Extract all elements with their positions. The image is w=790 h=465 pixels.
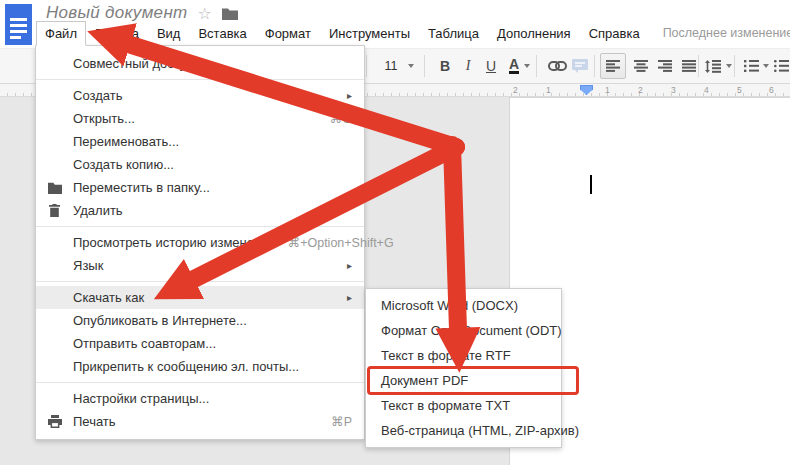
menu-item-3[interactable]: Открыть...⌘O (36, 107, 364, 130)
ruler-label: 1 (605, 85, 610, 95)
toolbar-separator (424, 55, 425, 77)
ruler-label: 2 (513, 85, 518, 95)
menu-divider (36, 281, 364, 282)
menu-item-shortcut: ⌘P (331, 414, 352, 429)
menu-item-3[interactable]: Документ PDF (366, 368, 561, 393)
move-to-folder-icon[interactable] (222, 7, 238, 20)
menu-item-label: Переименовать... (73, 134, 352, 149)
menu-item-4[interactable]: Переименовать... (36, 130, 364, 153)
download-as-submenu: Microsoft Word (DOCX)Формат OpenDocument… (365, 288, 562, 448)
menubar-item-8[interactable]: Справка (580, 21, 649, 46)
italic-button[interactable]: I (458, 53, 478, 79)
menu-item-label: Опубликовать в Интернете... (73, 313, 352, 328)
menu-item-15[interactable]: Прикрепить к сообщению эл. почты... (36, 355, 364, 378)
underline-button[interactable]: U (480, 53, 502, 79)
toolbar-separator (536, 55, 537, 77)
menu-item-14[interactable]: Отправить соавторам... (36, 332, 364, 355)
menu-item-17[interactable]: Настройки страницы... (36, 387, 364, 410)
last-edit-status[interactable]: Последнее изменение: 14 дней назад (663, 26, 790, 40)
menu-item-5[interactable]: Создать копию... (36, 153, 364, 176)
menu-item-shortcut: ⌘O (330, 111, 352, 126)
bold-button[interactable]: B (434, 53, 456, 79)
menu-item-label: Текст в формате TXT (381, 398, 549, 413)
menu-divider (36, 226, 364, 227)
menubar-item-7[interactable]: Дополнения (488, 21, 580, 46)
text-cursor (590, 175, 592, 194)
menu-item-shortcut: ⌘+Option+Shift+G (288, 235, 394, 250)
header: Новый документ ☆ ФайлПравкаВидВставкаФор… (0, 0, 790, 48)
menu-item-5[interactable]: Веб-страница (HTML, ZIP-архив) (366, 418, 561, 443)
menu-item-label: Удалить (73, 203, 352, 218)
font-size-select[interactable]: 11 (378, 53, 404, 79)
menubar-item-6[interactable]: Таблица (419, 21, 488, 46)
trash-icon (36, 204, 73, 217)
menubar-item-3[interactable]: Вставка (189, 21, 255, 46)
font-size-caret-icon[interactable] (408, 64, 414, 68)
menu-item-label: Создать (73, 88, 337, 103)
printer-icon (36, 415, 73, 428)
menu-item-7[interactable]: Удалить (36, 199, 364, 222)
ruler-label: 1 (546, 85, 551, 95)
ruler-label: 3 (671, 85, 676, 95)
align-right-icon[interactable] (652, 53, 678, 79)
menu-bar: ФайлПравкаВидВставкаФорматИнструментыТаб… (36, 20, 790, 46)
align-center-icon[interactable] (628, 53, 654, 79)
menu-divider (36, 79, 364, 80)
menubar-item-4[interactable]: Формат (256, 21, 320, 46)
bulleted-list-icon[interactable] (770, 53, 790, 79)
menu-item-13[interactable]: Опубликовать в Интернете... (36, 309, 364, 332)
google-docs-window: Новый документ ☆ ФайлПравкаВидВставкаФор… (0, 0, 790, 465)
menu-divider (36, 382, 364, 383)
submenu-arrow-icon: ▸ (347, 90, 352, 101)
toolbar-separator (698, 55, 699, 77)
align-left-icon[interactable] (600, 53, 626, 79)
menu-item-label: Веб-страница (HTML, ZIP-архив) (381, 423, 579, 438)
ruler-label: 4 (704, 85, 709, 95)
ruler-label: 2 (638, 85, 643, 95)
toolbar-separator (594, 55, 595, 77)
menu-item-6[interactable]: Переместить в папку... (36, 176, 364, 199)
menu-item-label: Печать (73, 414, 319, 429)
menu-item-4[interactable]: Текст в формате TXT (366, 393, 561, 418)
menubar-item-1[interactable]: Правка (86, 21, 148, 46)
menubar-item-5[interactable]: Инструменты (320, 21, 419, 46)
menu-item-0[interactable]: Microsoft Word (DOCX) (366, 293, 561, 318)
menu-item-label: Скачать как (73, 290, 337, 305)
submenu-arrow-icon: ▸ (347, 260, 352, 271)
menu-item-2[interactable]: Текст в формате RTF (366, 343, 561, 368)
menu-item-10[interactable]: Язык▸ (36, 254, 364, 277)
docs-logo-icon[interactable] (5, 4, 32, 45)
toolbar-separator (366, 55, 367, 77)
file-menu: Совместный доступ...Создать▸Открыть...⌘O… (35, 45, 365, 440)
menu-item-1[interactable]: Формат OpenDocument (ODT) (366, 318, 561, 343)
folder-icon (36, 182, 73, 194)
text-color-caret-icon[interactable] (524, 64, 530, 68)
submenu-arrow-icon: ▸ (347, 292, 352, 303)
menu-item-label: Создать копию... (73, 157, 352, 172)
menu-item-18[interactable]: Печать⌘P (36, 410, 364, 433)
menu-item-label: Открыть... (73, 111, 318, 126)
menu-item-12[interactable]: Скачать как▸ (36, 286, 364, 309)
menu-item-label: Прикрепить к сообщению эл. почты... (73, 359, 352, 374)
menu-item-label: Текст в формате RTF (381, 348, 549, 363)
numbered-list-caret-icon[interactable] (763, 64, 769, 68)
line-spacing-icon[interactable] (702, 53, 724, 79)
menu-item-2[interactable]: Создать▸ (36, 84, 364, 107)
insert-link-icon[interactable] (544, 53, 570, 79)
menubar-item-2[interactable]: Вид (148, 21, 190, 46)
menu-item-label: Настройки страницы... (73, 391, 352, 406)
insert-comment-icon[interactable] (568, 53, 592, 79)
menubar-item-0[interactable]: Файл (36, 21, 86, 46)
ruler-label: 5 (737, 85, 742, 95)
menu-item-label: Документ PDF (381, 373, 549, 388)
numbered-list-icon[interactable] (740, 53, 762, 79)
menu-item-label: Отправить соавторам... (73, 336, 352, 351)
indent-marker[interactable] (580, 85, 593, 95)
menu-item-label: Переместить в папку... (73, 180, 352, 195)
menu-item-0[interactable]: Совместный доступ... (36, 52, 364, 75)
menu-item-9[interactable]: Просмотреть историю изменений⌘+Option+Sh… (36, 231, 364, 254)
text-color-button[interactable]: A (503, 53, 525, 79)
line-spacing-caret-icon[interactable] (726, 64, 732, 68)
menu-item-label: Microsoft Word (DOCX) (381, 298, 549, 313)
menu-item-label: Просмотреть историю изменений (73, 235, 276, 250)
